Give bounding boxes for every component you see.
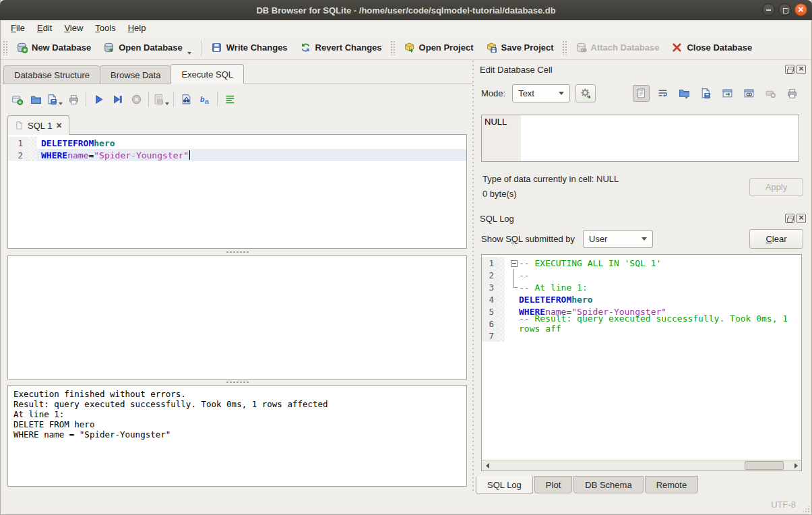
token-kw: FROM [73,138,94,148]
auto-apply-button[interactable] [575,84,596,102]
panel-splitter[interactable] [471,59,475,492]
tab-db-schema[interactable]: DB Schema [573,476,643,493]
menu-edit[interactable]: Edit [31,21,58,35]
save-sql-file-button[interactable] [45,90,64,109]
find-button[interactable] [177,90,195,109]
code-line[interactable]: 4DELETE FROM hero [482,293,801,305]
tab-remote[interactable]: Remote [645,476,699,493]
close-database-label: Close Database [687,42,752,53]
save-sql-dropdown-icon[interactable] [59,102,63,105]
sql-log-view[interactable]: 1-- EXECUTING ALL IN 'SQL 1'2--3-- At li… [481,254,802,471]
save-project-label: Save Project [501,42,554,53]
titlebar[interactable]: DB Browser for SQLite - /home/user/code/… [0,0,812,20]
scroll-left-arrow-icon[interactable] [482,460,493,471]
code-line[interactable]: 1DELETE FROM hero [8,137,466,149]
execute-sql-panel: ba SQL 1 1DELETE FROM hero2WHERE name = … [2,84,473,492]
scrollbar-track[interactable] [493,460,790,471]
log-horizontal-scrollbar[interactable] [482,460,801,471]
open-in-external-button[interactable] [719,85,736,102]
code-line[interactable]: 1-- EXECUTING ALL IN 'SQL 1' [482,257,801,269]
results-pane[interactable] [7,255,467,380]
write-changes-label: Write Changes [226,42,288,53]
code-line[interactable]: 2WHERE name = "Spider-Youngster" [8,149,466,161]
import-cell-data-button[interactable] [676,85,693,102]
maximize-button[interactable] [778,3,791,16]
export-cell-data-button[interactable] [697,85,714,102]
cell-edit-area[interactable] [521,115,799,161]
execute-all-button[interactable] [89,90,108,109]
code-line[interactable]: 2-- [482,269,801,281]
fold-marker-icon[interactable] [509,257,519,269]
execute-current-line-button[interactable] [108,90,127,109]
log-filter-select[interactable]: User [583,230,653,248]
line-number: 2 [482,269,498,281]
scrollbar-thumb[interactable] [745,461,784,470]
toolbar-drag-handle[interactable] [390,40,396,55]
encoding-indicator[interactable]: UTF-8 [771,499,796,510]
code-line[interactable]: 6-- Result: query executed successfully.… [482,317,801,330]
new-sql-tab-button[interactable] [7,90,26,109]
sql-editor[interactable]: 1DELETE FROM hero2WHERE name = "Spider-Y… [7,134,467,249]
sql-log-title: SQL Log [476,214,514,224]
save-results-icon [153,94,164,105]
menu-tools[interactable]: Tools [89,21,121,35]
open-project-button[interactable]: Open Project [398,38,480,58]
menu-view[interactable]: View [58,21,89,35]
token-kw: DELETE [519,295,551,305]
float-dock-button[interactable] [785,214,794,223]
fold-spacer [509,305,519,317]
tab-database-structure[interactable]: Database Structure [3,65,100,84]
word-wrap-button[interactable] [654,85,671,102]
main-tab-bar: Database Structure Browse Data Execute S… [3,64,243,84]
clear-log-button[interactable]: Clear [749,229,803,249]
text-mode-button[interactable] [633,85,650,102]
statusbar: UTF-8 [0,493,812,515]
toolbar-drag-handle[interactable] [3,40,8,55]
code-line[interactable]: 7 [482,330,801,342]
new-tab-icon [11,94,23,105]
sql-log-lines: 1-- EXECUTING ALL IN 'SQL 1'2--3-- At li… [482,255,801,460]
new-database-button[interactable]: New Database [10,38,97,58]
app-window: DB Browser for SQLite - /home/user/code/… [0,0,812,515]
mode-select[interactable]: Text [512,84,570,102]
menu-file[interactable]: File [5,21,31,35]
close-dock-button[interactable] [797,65,806,74]
tab-browse-data[interactable]: Browse Data [100,65,170,84]
editor-results-splitter[interactable] [7,249,467,255]
line-number: 1 [8,137,28,149]
open-database-dropdown-icon[interactable] [187,52,191,55]
revert-changes-icon [300,42,311,53]
document-icon [635,88,647,99]
autocomplete-button[interactable]: ba [195,90,214,109]
close-database-button[interactable]: Close Database [665,38,758,58]
scroll-right-arrow-icon[interactable] [790,460,801,471]
cell-value-editor[interactable]: NULL [481,115,799,162]
float-dock-button[interactable] [785,65,794,74]
resize-grip[interactable] [802,505,810,513]
close-window-button[interactable] [794,3,807,16]
tab-plot[interactable]: Plot [534,476,572,493]
print-cell-button[interactable] [784,85,801,102]
menu-help[interactable]: Help [122,21,152,35]
close-dock-button[interactable] [797,214,806,223]
toolbar-drag-handle[interactable] [562,40,567,55]
write-changes-button[interactable]: Write Changes [205,38,294,58]
close-sql-tab-icon[interactable] [56,120,61,131]
open-sql-file-button[interactable] [26,90,45,109]
save-project-button[interactable]: Save Project [480,38,560,58]
text-caret [189,150,191,160]
tab-sql-log[interactable]: SQL Log [476,476,533,494]
sql-file-tab[interactable]: SQL 1 [7,115,69,135]
code-line[interactable]: 3-- At line 1: [482,281,801,293]
execution-message-pane[interactable]: Execution finished without errors. Resul… [7,385,467,487]
results-messages-splitter[interactable] [7,379,467,385]
minimize-button[interactable] [762,3,775,16]
open-database-button[interactable]: Open Database [97,38,197,58]
copy-link-button[interactable] [741,85,757,102]
revert-changes-button[interactable]: Revert Changes [294,38,388,58]
token-cm: -- At line 1: [519,282,588,293]
tab-execute-sql[interactable]: Execute SQL [170,64,244,84]
print-sql-button[interactable] [64,90,83,109]
format-sql-button[interactable] [220,90,239,109]
edit-cell-header: Edit Database Cell [476,63,806,76]
